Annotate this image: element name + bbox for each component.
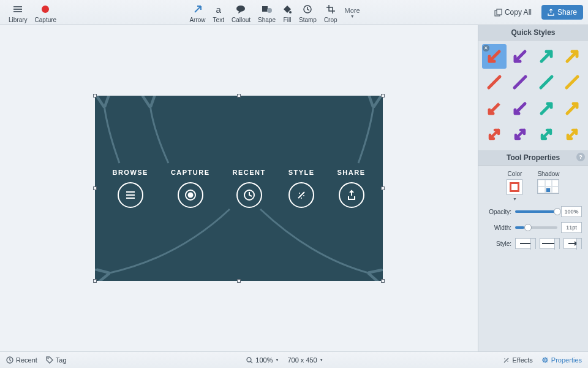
recent-button[interactable]: Recent — [6, 356, 37, 364]
quick-styles-header: Quick Styles — [478, 25, 588, 40]
art-item-browse: BROWSE — [112, 169, 148, 208]
svg-point-31 — [544, 359, 546, 361]
library-button[interactable]: Library — [5, 0, 31, 25]
qs-line-gold[interactable] — [560, 70, 584, 94]
copy-icon — [494, 9, 502, 17]
qs-line-purple[interactable] — [508, 70, 532, 94]
qs-pencil-teal[interactable] — [534, 96, 559, 121]
top-toolbar: Library Capture Arrow a Text Callout Sha… — [0, 0, 588, 25]
qs-arrow-gold[interactable] — [560, 44, 584, 69]
shape-tool-button[interactable]: Shape — [254, 0, 279, 25]
style-label: Style: — [484, 240, 511, 247]
resize-handle[interactable] — [93, 186, 97, 190]
capture-label: Capture — [35, 17, 57, 23]
more-tools-button[interactable]: More ▼ — [341, 7, 364, 18]
library-label: Library — [9, 17, 28, 23]
qs-pencil-red[interactable] — [482, 96, 507, 121]
art-item-recent: RECENT — [232, 169, 265, 208]
svg-point-27 — [247, 358, 251, 362]
wand-icon — [288, 182, 314, 208]
fill-tool-button[interactable]: Fill — [279, 0, 295, 25]
resize-handle[interactable] — [237, 279, 241, 283]
capture-button[interactable]: Capture — [31, 0, 61, 25]
svg-line-28 — [251, 361, 252, 363]
line-end-style[interactable] — [564, 238, 582, 249]
canvas-area[interactable]: BROWSE CAPTURE RECENT STYLE SHARE — [0, 25, 478, 351]
properties-button[interactable]: Properties — [541, 356, 582, 364]
zoom-control[interactable]: 100% ▼ — [246, 356, 279, 364]
opacity-label: Opacity: — [484, 209, 511, 215]
tool-properties-header: Tool Properties ? — [478, 150, 588, 166]
gear-icon — [541, 356, 549, 364]
qs-double-teal[interactable] — [534, 122, 559, 147]
record-icon — [178, 182, 203, 208]
resize-handle[interactable] — [93, 279, 97, 283]
arrow-icon — [193, 3, 203, 15]
text-tool-button[interactable]: a Text — [209, 0, 228, 25]
qs-pencil-purple[interactable] — [508, 96, 532, 121]
qs-pencil-gold[interactable] — [560, 96, 584, 121]
art-item-share: SHARE — [337, 169, 366, 208]
artboard[interactable]: BROWSE CAPTURE RECENT STYLE SHARE — [95, 96, 383, 281]
svg-point-4 — [236, 6, 245, 12]
width-label: Width: — [484, 224, 511, 231]
stamp-tool-button[interactable]: Stamp — [295, 0, 320, 25]
opacity-value[interactable]: 100% — [561, 206, 582, 217]
dimensions-display[interactable]: 700 x 450 ▼ — [287, 356, 323, 364]
qs-line-red[interactable] — [482, 70, 507, 94]
line-start-style[interactable] — [515, 238, 536, 249]
svg-rect-10 — [497, 9, 502, 15]
opacity-slider[interactable] — [515, 210, 557, 213]
color-label: Color — [507, 171, 522, 177]
shape-icon — [262, 3, 273, 15]
resize-handle[interactable] — [381, 186, 385, 190]
svg-rect-5 — [262, 6, 268, 12]
resize-handle[interactable] — [381, 279, 385, 283]
svg-point-3 — [42, 6, 49, 13]
chevron-down-icon: ▼ — [350, 14, 355, 18]
crop-tool-button[interactable]: Crop — [320, 0, 341, 25]
qs-line-teal[interactable] — [534, 70, 559, 94]
qs-arrow-red[interactable]: ✕ — [482, 44, 507, 69]
arrow-tool-button[interactable]: Arrow — [186, 0, 209, 25]
share-button[interactable]: Share — [541, 5, 583, 20]
upload-icon — [339, 182, 364, 208]
chevron-down-icon: ▼ — [275, 358, 279, 362]
chevron-down-icon[interactable]: ▼ — [513, 197, 517, 201]
callout-tool-button[interactable]: Callout — [228, 0, 254, 25]
chevron-down-icon: ▼ — [320, 358, 323, 362]
resize-handle[interactable] — [237, 94, 241, 98]
qs-double-gold[interactable] — [560, 122, 584, 147]
menu-icon — [13, 3, 23, 15]
shadow-picker[interactable] — [537, 179, 559, 194]
menu-icon — [118, 182, 143, 208]
line-mid-style[interactable] — [540, 238, 560, 249]
color-swatch[interactable] — [507, 179, 522, 195]
svg-line-22 — [541, 77, 552, 88]
qs-arrow-teal[interactable] — [534, 44, 559, 69]
statusbar: Recent Tag 100% ▼ 700 x 450 ▼ Effects Pr… — [0, 351, 588, 368]
svg-line-23 — [567, 77, 578, 88]
resize-handle[interactable] — [381, 94, 385, 98]
copy-all-button[interactable]: Copy All — [489, 6, 537, 19]
wand-icon — [503, 357, 510, 364]
tag-icon — [46, 356, 53, 364]
help-icon[interactable]: ? — [576, 153, 585, 161]
close-icon[interactable]: ✕ — [483, 45, 489, 52]
shadow-label: Shadow — [537, 171, 559, 177]
width-value[interactable]: 11pt — [561, 222, 582, 233]
qs-double-red[interactable] — [482, 122, 507, 147]
svg-point-26 — [47, 358, 48, 359]
text-icon: a — [216, 3, 221, 15]
svg-point-15 — [187, 193, 193, 198]
tag-button[interactable]: Tag — [46, 356, 67, 364]
svg-line-21 — [514, 77, 526, 88]
width-slider[interactable] — [515, 226, 557, 229]
qs-double-purple[interactable] — [508, 122, 532, 147]
search-icon — [246, 357, 253, 364]
effects-button[interactable]: Effects — [503, 356, 532, 364]
crop-icon — [326, 3, 335, 15]
resize-handle[interactable] — [93, 94, 97, 98]
qs-arrow-purple[interactable] — [508, 44, 532, 69]
svg-point-18 — [303, 195, 304, 196]
